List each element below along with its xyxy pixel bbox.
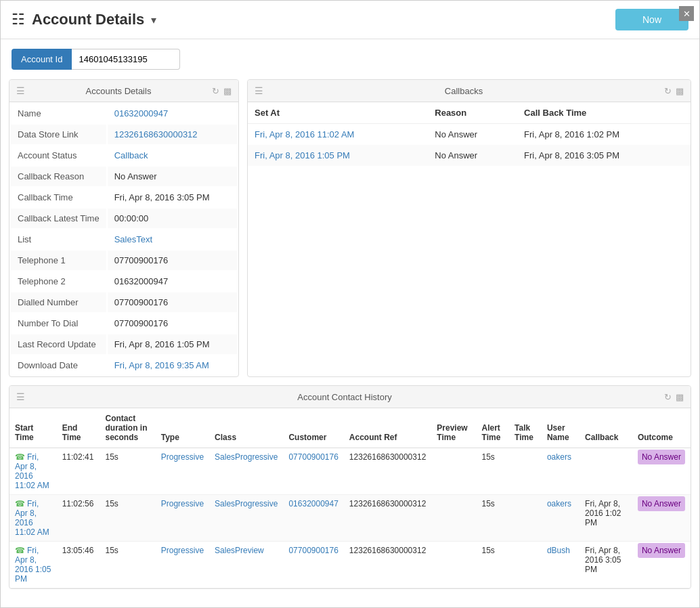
history-duration: 15s [100, 448, 156, 495]
history-start-time[interactable]: ☎Fri, Apr 8, 2016 11:02 AM [9, 448, 57, 495]
accounts-details-content: Name01632000947Data Store Link1232616863… [9, 102, 238, 376]
history-outcome: No Answer [632, 448, 691, 495]
callbacks-row: Fri, Apr 8, 2016 1:05 PMNo AnswerFri, Ap… [248, 145, 691, 166]
callbacks-col-reason: Reason [428, 102, 517, 124]
detail-label: Number To Dial [11, 313, 106, 333]
history-duration: 15s [100, 542, 156, 588]
refresh-icon[interactable]: ↻ [212, 86, 219, 96]
callbacks-content: Set At Reason Call Back Time Fri, Apr 8,… [248, 102, 691, 166]
detail-value: 07700900176 [108, 251, 237, 270]
detail-label: Telephone 2 [11, 272, 106, 291]
outcome-badge: No Answer [638, 450, 685, 464]
history-col-header: Callback [579, 408, 632, 448]
history-preview-time [431, 495, 476, 542]
history-user-name: dBush [542, 542, 579, 588]
accounts-details-title: Accounts Details [25, 86, 212, 96]
history-col-header: Alert Time [477, 408, 510, 448]
close-button[interactable]: ✕ [679, 6, 694, 21]
history-col-header: Outcome [632, 408, 691, 448]
history-panel-icons: ↻ ▩ [664, 392, 684, 402]
detail-value: 07700900176 [108, 292, 237, 312]
history-end-time: 11:02:41 [57, 448, 100, 495]
history-col-header: Start Time [9, 408, 57, 448]
detail-value: Fri, Apr 8, 2016 1:05 PM [108, 334, 237, 354]
detail-value: Fri, Apr 8, 2016 3:05 PM [108, 188, 237, 207]
history-preview-time [431, 448, 476, 495]
callbacks-hamburger-icon[interactable]: ☰ [255, 85, 263, 96]
history-account-ref: 12326168630000312 [344, 448, 431, 495]
history-class: SalesProgressive [209, 448, 283, 495]
detail-value: 07700900176 [108, 313, 237, 333]
account-id-input[interactable] [72, 49, 180, 70]
history-title: Account Contact History [25, 392, 664, 402]
history-talk-time [509, 542, 542, 588]
history-account-ref: 12326168630000312 [344, 542, 431, 588]
page-title: Account Details [32, 11, 144, 28]
detail-value: Fri, Apr 8, 2016 9:35 AM [108, 355, 237, 375]
history-class: SalesProgressive [209, 495, 283, 542]
history-chart-icon[interactable]: ▩ [676, 392, 684, 402]
callbacks-title: Callbacks [263, 86, 664, 96]
history-row: ☎Fri, Apr 8, 2016 11:02 AM11:02:5615sPro… [9, 495, 691, 542]
history-type: Progressive [156, 495, 209, 542]
history-hamburger-icon[interactable]: ☰ [16, 391, 25, 402]
history-col-header: Talk Time [509, 408, 542, 448]
history-account-ref: 12326168630000312 [344, 495, 431, 542]
detail-label: Callback Reason [11, 167, 106, 186]
accounts-detail-table: Name01632000947Data Store Link1232616863… [9, 102, 238, 376]
detail-label: Callback Latest Time [11, 209, 106, 228]
history-refresh-icon[interactable]: ↻ [664, 392, 672, 402]
callbacks-refresh-icon[interactable]: ↻ [664, 86, 672, 96]
now-button[interactable]: Now [615, 9, 688, 30]
history-alert-time: 15s [477, 495, 510, 542]
history-table-wrapper: Start TimeEnd TimeContact duration in se… [9, 408, 691, 588]
callbacks-reason: No Answer [428, 145, 517, 166]
history-talk-time [509, 448, 542, 495]
history-class: SalesPreview [209, 542, 283, 588]
history-panel: ☰ Account Contact History ↻ ▩ Start Time… [9, 385, 691, 589]
account-id-button[interactable]: Account Id [12, 49, 72, 70]
history-col-header: Type [156, 408, 209, 448]
callbacks-callback-time: Fri, Apr 8, 2016 3:05 PM [517, 145, 691, 166]
history-col-header: Account Ref [344, 408, 431, 448]
detail-value: Callback [108, 146, 237, 165]
history-col-header: Contact duration in seconds [100, 408, 156, 448]
detail-label: Name [11, 104, 106, 123]
history-start-time[interactable]: ☎Fri, Apr 8, 2016 1:05 PM [9, 542, 57, 588]
detail-label: List [11, 230, 106, 249]
chart-icon[interactable]: ▩ [223, 86, 232, 96]
history-col-header: User Name [542, 408, 579, 448]
detail-value: No Answer [108, 167, 237, 186]
callbacks-reason: No Answer [428, 124, 517, 146]
header: ☷ Account Details ▾ Now ✕ [1, 1, 699, 39]
dropdown-arrow-icon[interactable]: ▾ [151, 14, 156, 26]
header-left: ☷ Account Details ▾ [12, 11, 156, 28]
detail-value: 00:00:00 [108, 209, 237, 228]
accounts-details-panel: ☰ Accounts Details ↻ ▩ Name01632000947Da… [9, 79, 239, 377]
history-preview-time [431, 542, 476, 588]
phone-icon: ☎ [15, 499, 25, 508]
callbacks-callback-time: Fri, Apr 8, 2016 1:02 PM [517, 124, 691, 146]
phone-icon: ☎ [15, 546, 25, 555]
detail-label: Data Store Link [11, 125, 106, 144]
page-wrapper: ☷ Account Details ▾ Now ✕ Account Id ☰ A… [0, 0, 700, 608]
history-col-header: Class [209, 408, 283, 448]
detail-value: 12326168630000312 [108, 125, 237, 144]
panels-row: ☰ Accounts Details ↻ ▩ Name01632000947Da… [1, 79, 699, 377]
history-user-name: oakers [542, 495, 579, 542]
history-col-header: Preview Time [431, 408, 476, 448]
history-col-header: Customer [283, 408, 343, 448]
history-callback: Fri, Apr 8, 2016 3:05 PM [579, 542, 632, 588]
list-icon: ☷ [12, 11, 25, 28]
history-col-header: End Time [57, 408, 100, 448]
hamburger-icon[interactable]: ☰ [16, 85, 25, 96]
callbacks-panel-header-icons: ↻ ▩ [664, 86, 684, 96]
phone-icon: ☎ [15, 452, 25, 462]
history-start-time[interactable]: ☎Fri, Apr 8, 2016 11:02 AM [9, 495, 57, 542]
detail-label: Callback Time [11, 188, 106, 207]
history-outcome: No Answer [632, 542, 691, 588]
history-customer: 07700900176 [283, 542, 343, 588]
callbacks-chart-icon[interactable]: ▩ [676, 86, 684, 96]
history-type: Progressive [156, 448, 209, 495]
history-type: Progressive [156, 542, 209, 588]
